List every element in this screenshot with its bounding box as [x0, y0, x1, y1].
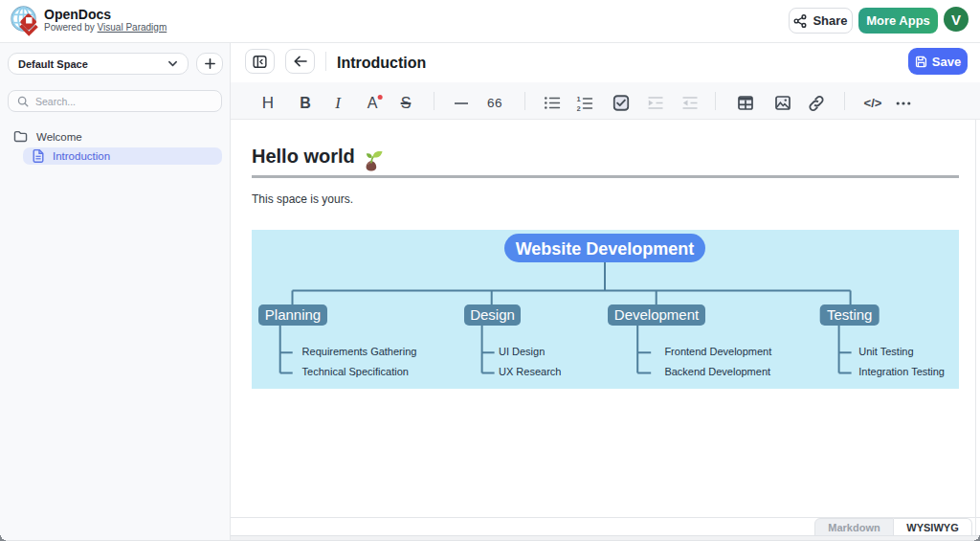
svg-text:Integration Testing: Integration Testing — [858, 366, 945, 377]
svg-text:Development: Development — [614, 306, 700, 323]
svg-text:2: 2 — [577, 103, 581, 111]
svg-text:Backend Development: Backend Development — [664, 366, 770, 377]
svg-text:Website Development: Website Development — [516, 239, 695, 259]
svg-text:Technical Specification: Technical Specification — [302, 366, 409, 377]
svg-text:Requirements Gathering: Requirements Gathering — [302, 346, 417, 357]
svg-text:Unit Testing: Unit Testing — [858, 346, 913, 357]
svg-text:Testing: Testing — [827, 306, 873, 323]
svg-text:Frontend Development: Frontend Development — [664, 346, 771, 357]
svg-text:UX Research: UX Research — [499, 366, 561, 377]
svg-text:UI Design: UI Design — [499, 346, 545, 357]
svg-text:1: 1 — [577, 96, 581, 103]
svg-text:Design: Design — [470, 306, 515, 323]
svg-text:Planning: Planning — [265, 306, 321, 323]
